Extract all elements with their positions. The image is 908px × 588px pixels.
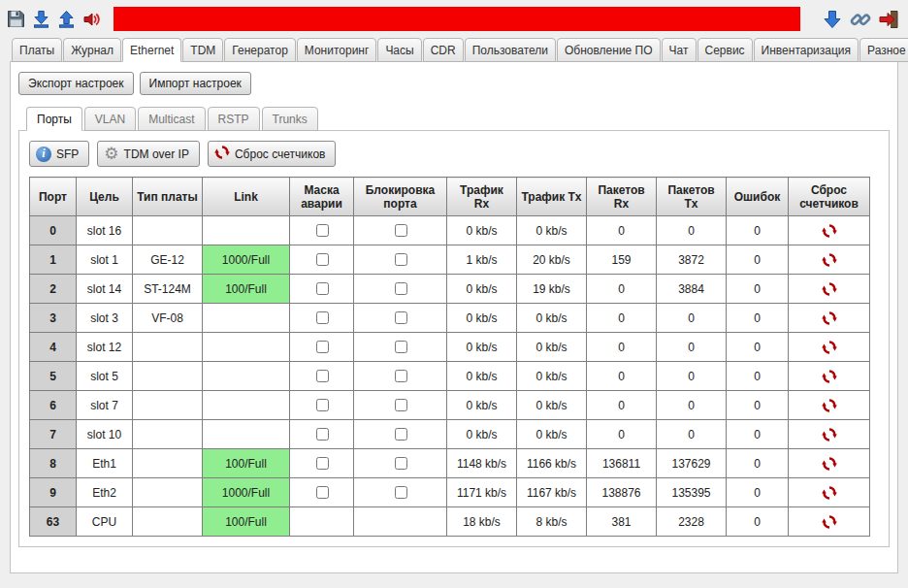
packets-tx-cell: 2328 bbox=[657, 507, 727, 537]
main-tab-firmware-update[interactable]: Обновление ПО bbox=[557, 38, 661, 62]
port-block-checkbox[interactable] bbox=[395, 428, 407, 441]
reset-cell bbox=[789, 333, 870, 362]
alarm-mask-checkbox[interactable] bbox=[316, 224, 329, 237]
reset-counters-icon[interactable] bbox=[822, 398, 837, 413]
errors-cell: 0 bbox=[727, 362, 789, 391]
packets-rx-cell: 0 bbox=[587, 362, 657, 391]
reset-counters-button[interactable]: Сброс счетчиков bbox=[208, 141, 337, 167]
alarm-mask-checkbox[interactable] bbox=[316, 486, 329, 499]
traffic-tx-cell: 0 kb/s bbox=[517, 420, 587, 449]
port-row: 63CPU100/Full18 kb/s8 kb/s38123280 bbox=[30, 507, 870, 537]
board-type-cell bbox=[133, 420, 203, 449]
reset-counters-icon[interactable] bbox=[822, 340, 837, 355]
port-row: 1slot 1GE-121000/Full1 kb/s20 kb/s159387… bbox=[30, 245, 870, 275]
port-number-cell: 8 bbox=[30, 449, 77, 478]
alarm-mask-cell bbox=[290, 216, 354, 245]
port-row: 5slot 50 kb/s0 kb/s000 bbox=[30, 362, 870, 391]
main-tab-clock[interactable]: Часы bbox=[377, 38, 421, 62]
port-row: 6slot 70 kb/s0 kb/s000 bbox=[30, 391, 870, 420]
port-block-checkbox[interactable] bbox=[395, 399, 407, 411]
main-tab-journal[interactable]: Журнал bbox=[63, 38, 121, 62]
save-icon[interactable] bbox=[6, 9, 26, 29]
alarm-mask-checkbox[interactable] bbox=[316, 457, 329, 470]
packets-tx-cell: 3872 bbox=[657, 245, 727, 275]
download-file-icon[interactable] bbox=[821, 8, 844, 31]
reset-counters-icon[interactable] bbox=[822, 223, 837, 239]
alarm-mask-checkbox[interactable] bbox=[316, 282, 329, 295]
main-tab-misc[interactable]: Разное bbox=[859, 38, 908, 62]
main-tab-monitoring[interactable]: Мониторинг bbox=[297, 38, 377, 62]
reset-counters-icon[interactable] bbox=[822, 514, 837, 530]
export-settings-button[interactable]: Экспорт настроек bbox=[18, 72, 134, 95]
main-tab-users[interactable]: Пользователи bbox=[465, 38, 556, 62]
alarm-mask-checkbox[interactable] bbox=[316, 311, 329, 324]
reset-cell bbox=[789, 449, 870, 478]
port-number-cell: 63 bbox=[30, 507, 77, 537]
reset-counters-icon[interactable] bbox=[822, 281, 837, 297]
sound-alarm-icon[interactable] bbox=[81, 9, 103, 30]
upload-settings-icon[interactable] bbox=[56, 9, 77, 29]
alarm-mask-checkbox[interactable] bbox=[316, 428, 329, 441]
import-settings-button[interactable]: Импорт настроек bbox=[140, 72, 251, 95]
traffic-rx-cell: 0 kb/s bbox=[447, 391, 517, 420]
sfp-button[interactable]: i SFP bbox=[29, 141, 89, 167]
port-row: 8Eth1100/Full1148 kb/s1166 kb/s136811137… bbox=[30, 449, 870, 478]
alarm-mask-checkbox[interactable] bbox=[316, 370, 329, 382]
main-tab-tdm[interactable]: TDM bbox=[182, 38, 223, 62]
logout-icon[interactable] bbox=[877, 8, 900, 31]
board-type-cell bbox=[133, 507, 203, 537]
alarm-mask-checkbox[interactable] bbox=[316, 341, 329, 353]
errors-cell: 0 bbox=[727, 245, 789, 275]
link-icon[interactable] bbox=[849, 8, 872, 31]
tdm-over-ip-button[interactable]: ⚙ TDM over IP bbox=[97, 141, 200, 167]
reset-counters-icon[interactable] bbox=[822, 427, 837, 442]
sub-tab-multicast[interactable]: Multicast bbox=[138, 107, 205, 131]
port-block-checkbox[interactable] bbox=[395, 370, 407, 382]
traffic-tx-cell: 0 kb/s bbox=[517, 391, 587, 420]
traffic-rx-cell: 1171 kb/s bbox=[447, 478, 517, 507]
port-block-checkbox[interactable] bbox=[395, 457, 407, 470]
alarm-mask-checkbox[interactable] bbox=[316, 399, 329, 411]
app-window: ПлатыЖурналEthernetTDMГенераторМониторин… bbox=[0, 0, 908, 573]
main-tab-plates[interactable]: Платы bbox=[12, 38, 62, 62]
sub-tab-vlan[interactable]: VLAN bbox=[84, 107, 136, 131]
main-tab-ethernet[interactable]: Ethernet bbox=[122, 38, 181, 62]
reset-counters-icon[interactable] bbox=[822, 456, 837, 472]
port-block-cell bbox=[354, 478, 447, 507]
port-block-checkbox[interactable] bbox=[395, 311, 407, 324]
reset-counters-icon[interactable] bbox=[822, 369, 837, 384]
main-tab-inventory[interactable]: Инвентаризация bbox=[754, 38, 859, 62]
port-block-checkbox[interactable] bbox=[395, 341, 407, 353]
port-block-cell bbox=[354, 362, 447, 391]
target-cell: slot 7 bbox=[77, 391, 133, 420]
reset-counters-icon[interactable] bbox=[822, 252, 837, 268]
port-block-checkbox[interactable] bbox=[395, 253, 407, 266]
main-tab-service[interactable]: Сервис bbox=[697, 38, 753, 62]
errors-cell: 0 bbox=[727, 391, 789, 420]
table-header: ПортЦельТип платыLinkМаска аварииБлокиро… bbox=[30, 178, 870, 216]
download-settings-icon[interactable] bbox=[31, 9, 51, 29]
port-block-checkbox[interactable] bbox=[395, 282, 407, 295]
port-row: 7slot 100 kb/s0 kb/s000 bbox=[30, 420, 870, 449]
reset-counters-icon[interactable] bbox=[822, 485, 837, 501]
packets-tx-cell: 0 bbox=[657, 216, 727, 245]
errors-cell: 0 bbox=[727, 216, 789, 245]
main-tab-generator[interactable]: Генератор bbox=[224, 38, 295, 62]
target-cell: Eth2 bbox=[77, 478, 133, 507]
main-tab-cdr[interactable]: CDR bbox=[423, 38, 464, 62]
port-block-checkbox[interactable] bbox=[395, 486, 407, 499]
traffic-rx-cell: 0 kb/s bbox=[447, 275, 517, 304]
port-block-checkbox[interactable] bbox=[395, 224, 407, 237]
sub-tab-trunks[interactable]: Trunks bbox=[262, 107, 318, 131]
target-cell: Eth1 bbox=[77, 449, 133, 478]
port-block-cell bbox=[354, 420, 447, 449]
column-header: Ошибок bbox=[727, 178, 789, 216]
board-type-cell bbox=[133, 333, 203, 362]
alarm-mask-checkbox[interactable] bbox=[316, 253, 329, 266]
port-block-cell bbox=[354, 245, 447, 275]
sub-tab-ports[interactable]: Порты bbox=[26, 107, 82, 131]
main-tab-chat[interactable]: Чат bbox=[662, 38, 697, 62]
reset-counters-icon[interactable] bbox=[822, 310, 837, 326]
errors-cell: 0 bbox=[727, 420, 789, 449]
sub-tab-rstp[interactable]: RSTP bbox=[208, 107, 260, 131]
